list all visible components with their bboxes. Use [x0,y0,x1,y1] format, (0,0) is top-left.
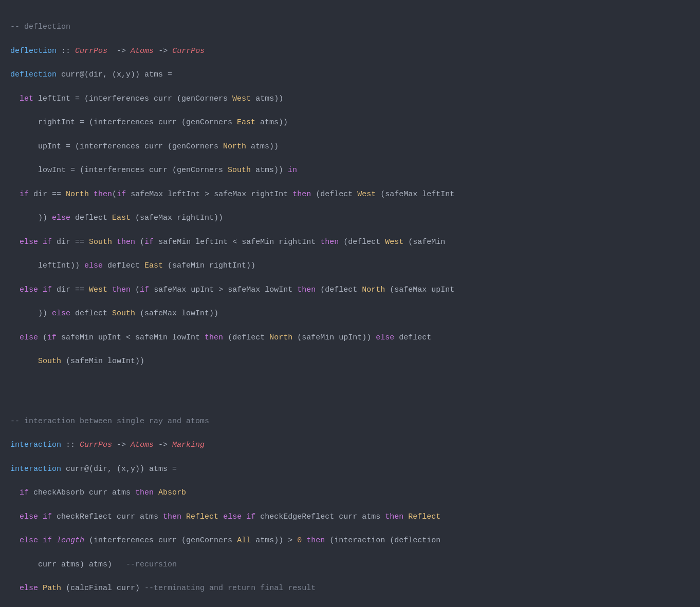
type-sig-interaction: interaction :: CurrPos -> Atoms -> Marki… [10,441,205,449]
else-south-cont: leftInt)) else deflect East (safeMin rig… [10,261,255,270]
code-editor: -- deflection deflection :: CurrPos -> A… [10,9,690,607]
func-interaction: interaction curr@(dir, (x,y)) atms = [10,465,177,473]
comment-deflection: -- deflection [10,23,70,31]
else-final-cont: South (safeMin lowInt)) [10,357,144,366]
if-absorb: if checkAbsorb curr atms then Absorb [10,488,186,497]
let-rightInt: rightInt = (interferences curr (genCorne… [10,118,288,127]
else-interferences: else if length (interferences curr (genC… [10,536,440,545]
else-path: else Path (calcFinal curr) --terminating… [10,584,316,593]
else-west: else if dir == West then (if safeMax upI… [10,286,454,294]
func-deflection: deflection curr@(dir, (x,y)) atms = [10,70,172,79]
recursion-line: curr atms) atms) --recursion [10,560,177,569]
else-final: else (if safeMin upInt < safeMin lowInt … [10,333,431,342]
if-north-cont: )) else deflect East (safeMax rightInt)) [10,214,223,222]
type-sig-deflection: deflection :: CurrPos -> Atoms -> CurrPo… [10,47,205,55]
else-reflect: else if checkReflect curr atms then Refl… [10,513,440,521]
comment-interaction-between: -- interaction between single ray and at… [10,417,209,426]
if-north: if dir == North then(if safeMax leftInt … [10,190,454,199]
let-leftInt: let leftInt = (interferences curr (genCo… [10,94,283,103]
else-west-cont: )) else deflect South (safeMax lowInt)) [10,309,218,318]
let-lowInt: lowInt = (interferences curr (genCorners… [10,166,297,175]
let-upInt: upInt = (interferences curr (genCorners … [10,142,279,151]
else-south: else if dir == South then (if safeMin le… [10,238,445,246]
